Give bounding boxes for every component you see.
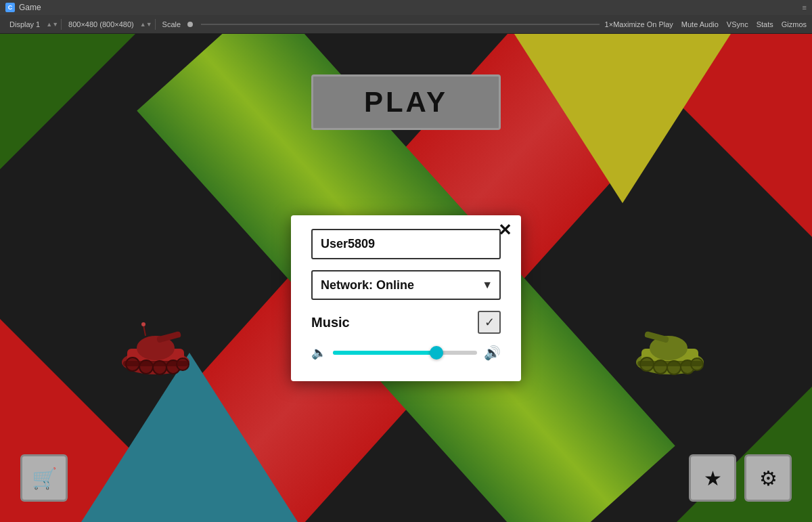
window-menu-icon[interactable]: ≡	[803, 3, 807, 12]
toolbar-divider-2	[155, 19, 156, 30]
maximize-on-play-button[interactable]: Maximize On Play	[613, 20, 673, 28]
volume-slider-row: 🔈 🔊	[311, 345, 501, 361]
display-arrow-icon: ▲▼	[46, 21, 58, 28]
modal-close-button[interactable]: ✕	[498, 222, 512, 238]
checkmark-icon: ✓	[484, 315, 495, 330]
resolution-selector[interactable]: 800×480 (800×480)	[64, 15, 138, 33]
scale-slider[interactable]	[201, 24, 600, 25]
stats-button[interactable]: Stats	[757, 20, 773, 28]
modal-overlay: ✕ Network: Online Network: Offline Netwo…	[0, 34, 812, 522]
music-row: Music ✓	[311, 311, 501, 334]
title-bar: C Game ≡	[0, 0, 812, 15]
username-input[interactable]	[311, 229, 501, 259]
toolbar: Display 1 ▲▼ 800×480 (800×480) ▲▼ Scale …	[0, 15, 812, 34]
mute-audio-button[interactable]: Mute Audio	[681, 20, 719, 28]
resolution-arrow-icon: ▲▼	[140, 21, 152, 28]
network-select-wrapper: Network: Online Network: Offline Network…	[311, 270, 501, 300]
volume-slider-track[interactable]	[333, 351, 477, 355]
network-field-container: Network: Online Network: Offline Network…	[311, 270, 501, 300]
window-title: Game	[19, 3, 41, 12]
settings-modal: ✕ Network: Online Network: Offline Netwo…	[291, 215, 521, 381]
scale-label: Scale	[158, 15, 185, 33]
username-field-container	[311, 229, 501, 259]
scale-value: 1×	[605, 20, 614, 28]
volume-low-icon: 🔈	[311, 345, 326, 360]
network-select[interactable]: Network: Online Network: Offline Network…	[311, 270, 501, 300]
slider-thumb[interactable]	[430, 346, 443, 360]
slider-fill	[333, 351, 436, 355]
scale-dot-icon	[187, 22, 193, 27]
app-icon: C	[5, 3, 15, 12]
game-viewport: PLAY	[0, 34, 812, 522]
music-label: Music	[311, 315, 470, 330]
toolbar-right: Maximize On Play Mute Audio VSync Stats …	[613, 20, 807, 28]
vsync-button[interactable]: VSync	[727, 20, 748, 28]
toolbar-divider-1	[61, 19, 62, 30]
gizmos-button[interactable]: Gizmos	[782, 20, 807, 28]
display-selector[interactable]: Display 1	[5, 15, 44, 33]
music-checkbox[interactable]: ✓	[478, 311, 501, 334]
volume-high-icon: 🔊	[484, 345, 501, 361]
